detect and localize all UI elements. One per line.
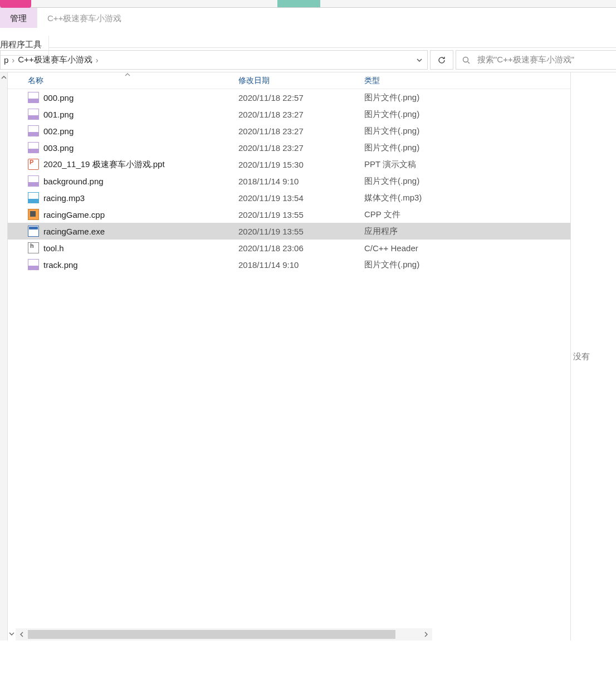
file-type: 图片文件(.png)	[364, 126, 531, 136]
chevron-up-icon	[1, 75, 7, 80]
window-title: C++极速赛车小游戏	[37, 8, 131, 28]
chevron-down-icon[interactable]	[416, 57, 423, 63]
nav-pane-collapse[interactable]	[0, 72, 8, 641]
search-placeholder: 搜索"C++极速赛车小游戏"	[477, 55, 574, 65]
file-date: 2020/11/19 13:54	[238, 193, 364, 203]
png-file-icon	[28, 259, 39, 270]
refresh-icon	[437, 56, 446, 65]
refresh-button[interactable]	[430, 50, 453, 70]
file-row[interactable]: racing.mp32020/11/19 13:54媒体文件(.mp3)	[8, 189, 570, 206]
preview-text: 没有	[573, 351, 590, 362]
file-type: 图片文件(.png)	[364, 143, 531, 153]
file-name: racingGame.exe	[43, 227, 238, 236]
file-date: 2020/11/19 13:55	[238, 210, 364, 219]
png-file-icon	[28, 142, 39, 153]
preview-pane: 没有	[570, 72, 616, 641]
file-list-pane: 名称 修改日期 类型 000.png2020/11/18 22:57图片文件(.…	[8, 72, 570, 641]
file-type: PPT 演示文稿	[364, 159, 531, 170]
horizontal-scrollbar[interactable]	[16, 628, 432, 641]
chevron-down-icon	[9, 631, 14, 637]
breadcrumb-folder[interactable]: C++极速赛车小游戏	[18, 55, 92, 65]
file-row[interactable]: tool.h2020/11/18 23:06C/C++ Header	[8, 240, 570, 256]
ppt-file-icon	[28, 159, 39, 170]
search-input[interactable]: 搜索"C++极速赛车小游戏"	[456, 50, 616, 70]
mp3-file-icon	[28, 192, 39, 203]
file-date: 2020/11/18 23:27	[238, 126, 364, 136]
file-row[interactable]: racingGame.exe2020/11/19 13:55应用程序	[8, 223, 570, 240]
breadcrumb-prefix[interactable]: p	[4, 55, 8, 65]
file-name: racingGame.cpp	[43, 210, 238, 219]
sort-indicator-icon	[125, 72, 130, 77]
main-area: 名称 修改日期 类型 000.png2020/11/18 22:57图片文件(.…	[0, 72, 616, 641]
search-icon	[462, 56, 471, 65]
address-bar[interactable]: p › C++极速赛车小游戏 ›	[0, 50, 428, 70]
file-name: 002.png	[43, 126, 238, 136]
app-icon	[0, 0, 31, 8]
file-list: 000.png2020/11/18 22:57图片文件(.png)001.png…	[8, 89, 570, 273]
file-name: 000.png	[43, 93, 238, 102]
file-type: C/C++ Header	[364, 243, 531, 253]
ribbon-tabs: 管理 C++极速赛车小游戏	[0, 8, 616, 48]
file-name: racing.mp3	[43, 193, 238, 203]
file-row[interactable]: track.png2018/11/14 9:10图片文件(.png)	[8, 256, 570, 273]
file-type: 图片文件(.png)	[364, 176, 531, 187]
file-row[interactable]: 2020_11_19 极速赛车小游戏.ppt2020/11/19 15:30PP…	[8, 156, 570, 173]
nav-expand-button[interactable]	[8, 628, 16, 639]
column-header-type[interactable]: 类型	[364, 76, 531, 86]
file-date: 2018/11/14 9:10	[238, 260, 364, 270]
file-name: background.png	[43, 177, 238, 186]
file-type: 应用程序	[364, 226, 531, 237]
file-name: track.png	[43, 260, 238, 270]
file-row[interactable]: racingGame.cpp2020/11/19 13:55CPP 文件	[8, 206, 570, 223]
png-file-icon	[28, 125, 39, 136]
file-row[interactable]: background.png2018/11/14 9:10图片文件(.png)	[8, 173, 570, 189]
file-date: 2020/11/18 23:27	[238, 110, 364, 119]
file-date: 2020/11/18 23:27	[238, 143, 364, 153]
scroll-right-button[interactable]	[420, 628, 432, 641]
file-type: 媒体文件(.mp3)	[364, 193, 531, 203]
address-row: p › C++极速赛车小游戏 › 搜索"C++极速赛车小游戏"	[0, 48, 616, 72]
chevron-right-icon	[423, 632, 429, 637]
file-name: tool.h	[43, 243, 238, 253]
file-date: 2020/11/18 22:57	[238, 93, 364, 102]
exe-file-icon	[28, 226, 39, 237]
file-type: CPP 文件	[364, 209, 531, 220]
file-name: 003.png	[43, 143, 238, 153]
breadcrumb-separator-icon[interactable]: ›	[92, 55, 102, 65]
file-name: 001.png	[43, 110, 238, 119]
file-name: 2020_11_19 极速赛车小游戏.ppt	[43, 159, 238, 170]
file-date: 2020/11/19 15:30	[238, 160, 364, 169]
column-header-date[interactable]: 修改日期	[238, 76, 364, 86]
breadcrumb-separator-icon[interactable]: ›	[8, 55, 18, 65]
titlebar-strip	[0, 0, 616, 8]
scrollbar-thumb[interactable]	[28, 630, 395, 639]
file-date: 2020/11/18 23:06	[238, 243, 364, 253]
column-header-name[interactable]: 名称	[28, 76, 238, 86]
tab-manage[interactable]: 管理	[0, 8, 37, 28]
file-type: 图片文件(.png)	[364, 260, 531, 270]
scroll-left-button[interactable]	[16, 628, 28, 641]
png-file-icon	[28, 175, 39, 187]
file-row[interactable]: 003.png2020/11/18 23:27图片文件(.png)	[8, 139, 570, 156]
ribbon: 管理 C++极速赛车小游戏 用程序工具	[0, 8, 616, 48]
file-row[interactable]: 001.png2020/11/18 23:27图片文件(.png)	[8, 106, 570, 123]
file-type: 图片文件(.png)	[364, 92, 531, 103]
file-row[interactable]: 002.png2020/11/18 23:27图片文件(.png)	[8, 123, 570, 139]
file-date: 2020/11/19 13:55	[238, 227, 364, 236]
file-type: 图片文件(.png)	[364, 109, 531, 120]
scrollbar-track[interactable]	[28, 630, 420, 639]
png-file-icon	[28, 92, 39, 103]
h-file-icon	[28, 242, 39, 253]
file-date: 2018/11/14 9:10	[238, 177, 364, 186]
cpp-file-icon	[28, 209, 39, 220]
column-headers: 名称 修改日期 类型	[8, 72, 570, 89]
chevron-left-icon	[19, 632, 25, 637]
file-row[interactable]: 000.png2020/11/18 22:57图片文件(.png)	[8, 89, 570, 106]
png-file-icon	[28, 109, 39, 120]
svg-point-0	[463, 57, 468, 62]
